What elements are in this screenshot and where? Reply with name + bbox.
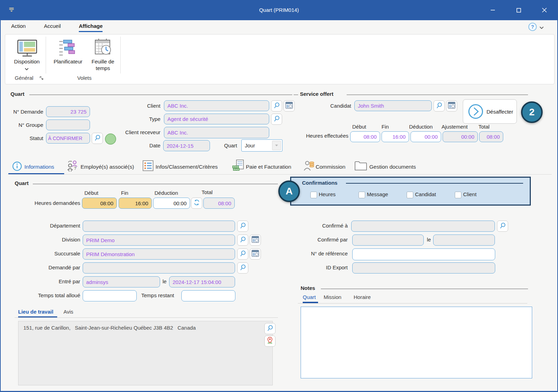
he-deduction-field[interactable]: 00:00 (410, 131, 441, 142)
ribbon-tab-affichage[interactable]: Affichage (79, 23, 103, 32)
candidat-search-button[interactable] (433, 100, 445, 112)
tab-commission[interactable]: Commission (316, 164, 345, 170)
entre-le-label: le (163, 278, 167, 284)
close-button[interactable] (536, 5, 552, 15)
maximize-button[interactable] (511, 5, 527, 15)
hd-header-debut: Début (84, 190, 98, 196)
confirme-a-field[interactable] (351, 221, 495, 232)
statut-search-button[interactable] (92, 133, 103, 144)
criteria-list-icon (143, 160, 153, 172)
search-icon (239, 222, 247, 231)
division-label: Division (15, 237, 80, 243)
annotation-badge-2: 2 (521, 101, 543, 123)
checkbox-heures-label: Heures (319, 191, 335, 197)
app-window: Quart (PRIM014) Action Accueil Affichage… (0, 0, 558, 392)
tab-informations[interactable]: Informations (24, 164, 54, 170)
tab-avis[interactable]: Avis (63, 309, 73, 315)
hd-total-field[interactable]: 08:00 (203, 198, 235, 209)
checkbox-message[interactable] (359, 192, 365, 198)
tab-lieu-de-travail[interactable]: Lieu de travail (18, 309, 53, 315)
type-field[interactable]: Agent de sécurité (164, 114, 269, 124)
he-total-field[interactable]: 08:00 (479, 131, 503, 142)
notes-textarea[interactable] (301, 307, 532, 378)
notes-tab-horaire[interactable]: Horaire (354, 294, 371, 300)
info-circle-icon (12, 161, 22, 172)
feuille-de-temps-button[interactable]: Feuille de temps (88, 37, 118, 73)
status-indicator (105, 133, 116, 145)
entre-par-field[interactable]: adminsys (83, 276, 160, 287)
hd-deduction-field[interactable]: 00:00 (153, 198, 190, 209)
hd-fin-field[interactable]: 16:00 (119, 198, 152, 209)
succursale-search-button[interactable] (237, 248, 248, 260)
dialog-launcher-icon[interactable] (39, 76, 44, 82)
succursale-field[interactable]: PRIM Démonstration (83, 248, 235, 260)
ribbon-tab-action[interactable]: Action (11, 23, 26, 31)
browse-window-icon (251, 250, 259, 258)
commission-person-coins-icon (303, 159, 315, 173)
client-field[interactable]: ABC Inc. (164, 100, 269, 111)
minimize-button[interactable] (485, 5, 501, 15)
departement-search-button[interactable] (237, 221, 248, 232)
client-receveur-field[interactable]: ABC Inc. (164, 127, 269, 138)
confirme-le-field[interactable] (433, 235, 495, 246)
disposition-button[interactable]: Disposition (8, 37, 46, 73)
no-demande-field[interactable]: 23 725 (46, 106, 90, 117)
candidat-browse-button[interactable] (446, 100, 457, 112)
notes-tab-quart[interactable]: Quart (303, 294, 316, 300)
type-search-button[interactable] (271, 114, 282, 125)
he-header-fin: Fin (382, 124, 389, 130)
temps-total-field[interactable] (83, 290, 137, 301)
svg-text:?: ? (74, 166, 76, 171)
ribbon-panel: Disposition Planificateur Feuille de tem… (5, 34, 555, 84)
desaffecter-button[interactable]: Désaffecter (463, 99, 517, 124)
candidat-field[interactable]: John Smith (354, 100, 432, 111)
disposition-label: Disposition (8, 58, 46, 65)
client-browse-button[interactable] (284, 100, 295, 112)
temps-restant-field[interactable] (181, 290, 235, 301)
annotation-badge-a: A (278, 180, 300, 202)
combo-arrow-icon[interactable] (272, 141, 281, 150)
no-reference-field[interactable] (352, 248, 495, 260)
departement-field[interactable] (83, 221, 235, 232)
no-groupe-field[interactable] (46, 120, 90, 130)
date-field[interactable]: 2024-12-15 (163, 140, 210, 151)
ribbon-collapse-chevron-icon[interactable] (539, 25, 544, 31)
map-button[interactable] (264, 336, 276, 347)
checkbox-candidat[interactable] (407, 192, 413, 198)
notes-tab-separator (298, 303, 527, 303)
demande-par-search-button[interactable] (237, 262, 248, 274)
he-debut-field[interactable]: 08:00 (350, 131, 380, 142)
statut-field[interactable]: À CONFIRMER (46, 133, 90, 144)
quart-combo[interactable]: Jour (241, 139, 282, 152)
no-demande-label: N° Demande (11, 109, 43, 115)
documents-folder-icon (354, 161, 367, 172)
id-export-field[interactable] (352, 262, 495, 274)
tab-gestion-documents[interactable]: Gestion documents (369, 164, 416, 170)
division-search-button[interactable] (237, 235, 248, 246)
client-search-button[interactable] (271, 100, 282, 112)
ribbon-tab-accueil[interactable]: Accueil (44, 23, 61, 31)
help-icon[interactable]: ? (528, 22, 537, 33)
division-browse-button[interactable] (250, 235, 261, 246)
confirme-par-field[interactable] (352, 235, 424, 246)
checkbox-client[interactable] (455, 192, 461, 198)
address-search-button[interactable] (264, 323, 276, 334)
planificateur-button[interactable]: Planificateur (48, 37, 88, 73)
demande-par-field[interactable] (83, 262, 235, 274)
recalculate-button[interactable] (191, 198, 202, 209)
entre-le-field[interactable]: 2024-12-17 15:04:00 (169, 276, 235, 287)
he-fin-field[interactable]: 16:00 (382, 131, 409, 142)
notes-tab-mission[interactable]: Mission (324, 294, 341, 300)
checkbox-heures[interactable] (310, 192, 317, 198)
succursale-browse-button[interactable] (250, 248, 261, 260)
tab-infos-classement-criteres[interactable]: Infos/Classement/Critères (156, 164, 218, 170)
confirme-a-label: Confirmé à (316, 223, 348, 229)
tab-employes-associes[interactable]: Employé(s) associé(s) (81, 164, 134, 170)
division-field[interactable]: PRIM Demo (83, 235, 235, 246)
browse-window-icon (285, 102, 293, 110)
checkbox-client-label: Client (463, 191, 476, 197)
tab-paie-facturation[interactable]: Paie et Facturation (246, 164, 291, 170)
he-ajustement-field[interactable]: 00:00 (443, 131, 478, 142)
hd-debut-field[interactable]: 08:00 (82, 198, 117, 209)
confirme-a-search-button[interactable] (497, 221, 508, 232)
